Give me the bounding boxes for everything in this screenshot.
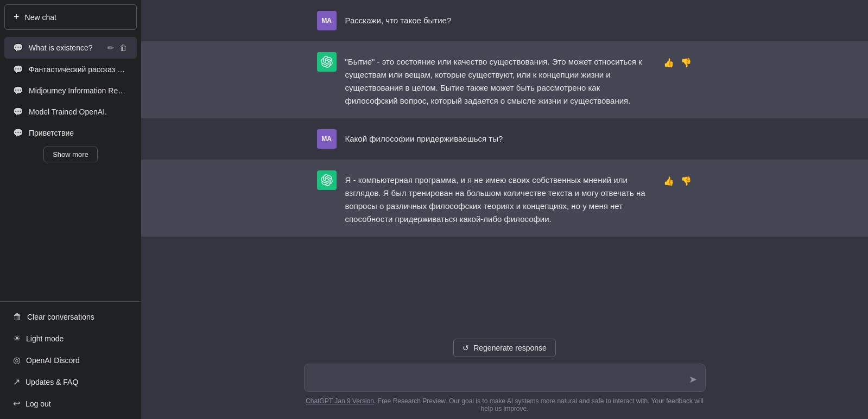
sidebar-bottom-updates[interactable]: ↗ Updates & FAQ (4, 371, 137, 392)
thumbs-up-button[interactable]: 👍 (662, 56, 675, 69)
message-row-assistant: Я - компьютерная программа, и я не имею … (141, 160, 868, 237)
chat-bubble-icon: 💬 (13, 43, 23, 53)
main-area: MA Расскажи, что такое бытие? "Бытие" - … (141, 0, 868, 419)
plus-icon: + (14, 11, 20, 23)
input-area: ↺ Regenerate response ➤ ChatGPT Jan 9 Ve… (141, 330, 868, 419)
chat-bubble-icon: 💬 (13, 107, 23, 117)
message-vote-actions: 👍 👎 (662, 170, 693, 187)
delete-chat-button[interactable]: 🗑 (118, 42, 128, 53)
sidebar-item-conv2[interactable]: 💬 Фантастический рассказ Енот (4, 59, 137, 80)
edit-chat-button[interactable]: ✏ (106, 42, 115, 53)
user-avatar: MA (317, 11, 337, 30)
sidebar-bottom-discord[interactable]: ◎ OpenAI Discord (4, 350, 137, 371)
thumbs-down-button[interactable]: 👎 (680, 56, 693, 69)
updates-label: Updates & FAQ (26, 378, 78, 386)
message-vote-actions: 👍 👎 (662, 52, 693, 69)
thumbs-down-button[interactable]: 👎 (680, 175, 693, 187)
clear-icon: 🗑 (13, 312, 22, 322)
new-chat-button[interactable]: + New chat (4, 4, 137, 30)
chat-item-label: Midjourney Information Reque (29, 86, 128, 95)
sidebar: + New chat 💬 What is existence? ✏ 🗑 💬 Фа… (0, 0, 141, 419)
logout-label: Log out (26, 399, 51, 408)
show-more-button[interactable]: Show more (43, 147, 98, 162)
message-text: Я - компьютерная программа, и я не имею … (345, 170, 654, 226)
sidebar-item-conv4[interactable]: 💬 Model Trained OpenAI. (4, 101, 137, 122)
chat-list: 💬 What is existence? ✏ 🗑 💬 Фантастически… (0, 34, 141, 301)
chat-input[interactable] (304, 364, 706, 392)
message-row-user: MA Расскажи, что такое бытие? (141, 0, 868, 41)
thumbs-up-button[interactable]: 👍 (662, 175, 675, 187)
message-row-user: MA Какой философии придерживаешься ты? (141, 118, 868, 160)
sidebar-bottom-clear[interactable]: 🗑 Clear conversations (4, 307, 137, 327)
assistant-avatar (317, 170, 337, 190)
message-text: "Бытие" - это состояние или качество сущ… (345, 52, 654, 107)
sidebar-bottom: 🗑 Clear conversations ☀ Light mode ◎ Ope… (0, 301, 141, 419)
regenerate-icon: ↺ (462, 344, 469, 352)
sidebar-item-conv5[interactable]: 💬 Приветствие (4, 123, 137, 143)
chat-bubble-icon: 💬 (13, 128, 23, 138)
regenerate-label: Regenerate response (473, 344, 547, 352)
chat-item-label: Model Trained OpenAI. (29, 107, 128, 116)
discord-label: OpenAI Discord (26, 356, 80, 365)
chat-item-label: What is existence? (29, 43, 101, 52)
input-wrapper: ➤ (304, 364, 706, 394)
chat-bubble-icon: 💬 (13, 86, 23, 96)
sidebar-item-conv3[interactable]: 💬 Midjourney Information Reque (4, 80, 137, 101)
send-icon: ➤ (689, 373, 697, 385)
footer-link[interactable]: ChatGPT Jan 9 Version (306, 397, 374, 405)
message-text: Расскажи, что такое бытие? (345, 11, 693, 27)
footer-rest: . Free Research Preview. Our goal is to … (374, 397, 704, 412)
clear-label: Clear conversations (27, 313, 94, 321)
regenerate-container: ↺ Regenerate response (154, 339, 855, 357)
assistant-avatar (317, 52, 337, 72)
sidebar-item-conv1[interactable]: 💬 What is existence? ✏ 🗑 (4, 37, 137, 59)
light-icon: ☀ (13, 333, 21, 344)
message-row-assistant: "Бытие" - это состояние или качество сущ… (141, 41, 868, 118)
updates-icon: ↗ (13, 377, 20, 387)
regenerate-button[interactable]: ↺ Regenerate response (453, 339, 556, 357)
new-chat-label: New chat (25, 13, 56, 22)
light-label: Light mode (26, 334, 64, 343)
user-avatar: MA (317, 129, 337, 149)
footer-text: ChatGPT Jan 9 Version. Free Research Pre… (304, 394, 706, 415)
message-text: Какой философии придерживаешься ты? (345, 129, 693, 145)
discord-icon: ◎ (13, 355, 21, 365)
chat-item-label: Фантастический рассказ Енот (29, 65, 128, 74)
messages-container: MA Расскажи, что такое бытие? "Бытие" - … (141, 0, 868, 330)
chat-item-actions: ✏ 🗑 (106, 42, 128, 53)
sidebar-bottom-logout[interactable]: ↩ Log out (4, 393, 137, 414)
sidebar-bottom-light[interactable]: ☀ Light mode (4, 328, 137, 349)
send-button[interactable]: ➤ (687, 371, 699, 388)
chat-item-label: Приветствие (29, 129, 128, 137)
logout-icon: ↩ (13, 398, 20, 409)
chat-bubble-icon: 💬 (13, 65, 23, 74)
